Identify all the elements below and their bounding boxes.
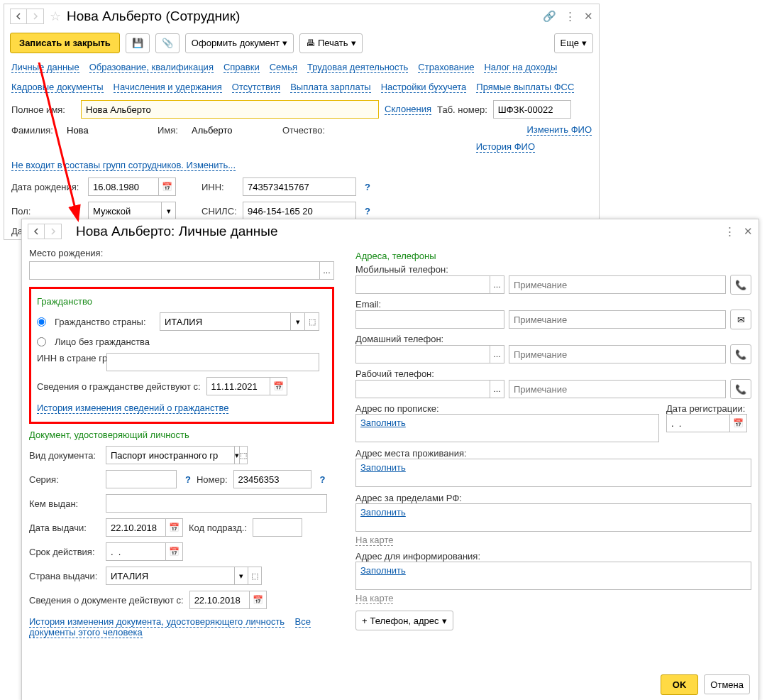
tab-tax[interactable]: Налог на доходы bbox=[484, 62, 557, 73]
kebab-icon[interactable]: ⋮ bbox=[565, 10, 575, 23]
phone-icon[interactable]: 📞 bbox=[730, 275, 751, 295]
work-note[interactable] bbox=[509, 380, 726, 398]
open-icon[interactable]: ⬚ bbox=[305, 312, 319, 331]
chevron-down-icon[interactable]: ▾ bbox=[235, 446, 240, 464]
calendar-icon[interactable]: 📅 bbox=[159, 177, 176, 196]
tab-accruals[interactable]: Начисления и удержания bbox=[114, 82, 222, 93]
number-input[interactable] bbox=[233, 470, 311, 488]
close-icon[interactable]: ✕ bbox=[584, 10, 593, 23]
tab-work[interactable]: Трудовая деятельность bbox=[307, 62, 408, 73]
back-button[interactable] bbox=[10, 9, 27, 24]
close-icon[interactable]: ✕ bbox=[744, 225, 753, 238]
help-icon[interactable]: ? bbox=[320, 474, 326, 485]
open-icon[interactable]: ⬚ bbox=[240, 446, 248, 464]
tab-insurance[interactable]: Страхование bbox=[418, 62, 474, 73]
mobile-note[interactable] bbox=[509, 275, 726, 294]
calendar-icon[interactable]: 📅 bbox=[250, 591, 267, 609]
tab-absence[interactable]: Отсутствия bbox=[232, 82, 280, 93]
chevron-down-icon[interactable]: ▾ bbox=[235, 567, 248, 585]
series-input[interactable] bbox=[106, 470, 177, 488]
home-note[interactable] bbox=[509, 345, 726, 363]
mail-icon[interactable]: ✉ bbox=[730, 310, 751, 329]
validity-input[interactable] bbox=[106, 542, 166, 561]
tab-refs[interactable]: Справки bbox=[224, 62, 260, 73]
star-icon[interactable]: ☆ bbox=[50, 9, 61, 24]
dob-input[interactable] bbox=[88, 177, 159, 196]
addr-inform-box[interactable]: Заполнить bbox=[355, 562, 751, 590]
doc-button[interactable]: Оформить документ ▾ bbox=[185, 33, 294, 53]
citizen-country-select[interactable] bbox=[160, 312, 291, 331]
kebab-icon[interactable]: ⋮ bbox=[724, 225, 735, 238]
attach-button[interactable]: 📎 bbox=[155, 33, 180, 53]
phone-icon[interactable]: 📞 bbox=[730, 379, 751, 399]
iddoc-section: Документ, удостоверяющий личность bbox=[29, 427, 334, 443]
tabnum-input[interactable] bbox=[493, 100, 571, 119]
inn-foreign-input[interactable] bbox=[106, 353, 319, 371]
back-button[interactable] bbox=[28, 224, 45, 239]
citizen-valid-input[interactable] bbox=[206, 377, 270, 395]
more-button[interactable]: Еще ▾ bbox=[554, 33, 593, 53]
addr-live-box[interactable]: Заполнить bbox=[355, 459, 751, 487]
chevron-down-icon[interactable]: ▾ bbox=[291, 312, 305, 331]
citizen-history-link[interactable]: История изменения сведений о гражданстве bbox=[37, 403, 228, 414]
declension-link[interactable]: Склонения bbox=[385, 104, 431, 115]
map-link[interactable]: На карте bbox=[355, 535, 393, 546]
calendar-icon[interactable]: 📅 bbox=[270, 377, 287, 395]
inn-input[interactable] bbox=[243, 177, 356, 196]
calendar-icon[interactable]: 📅 bbox=[166, 518, 183, 537]
fullname-input[interactable] bbox=[81, 100, 379, 119]
issue-date-input[interactable] bbox=[106, 518, 166, 537]
email-input[interactable] bbox=[355, 310, 504, 329]
tab-education[interactable]: Образование, квалификация bbox=[89, 62, 214, 73]
ellipsis-button[interactable]: … bbox=[320, 261, 334, 280]
add-phone-button[interactable]: + Телефон, адрес ▾ bbox=[355, 611, 453, 630]
save-button[interactable]: 💾 bbox=[126, 33, 150, 53]
mobile-input[interactable] bbox=[355, 275, 490, 294]
groups-link[interactable]: Не входит в составы групп сотрудников. И… bbox=[11, 160, 236, 171]
sex-select[interactable] bbox=[88, 202, 162, 220]
issue-country-select[interactable] bbox=[106, 567, 235, 585]
tab-personal[interactable]: Личные данные bbox=[11, 62, 79, 73]
snils-input[interactable] bbox=[243, 202, 356, 220]
addr-reg-box[interactable]: Заполнить bbox=[355, 414, 659, 442]
doctype-select[interactable] bbox=[106, 446, 235, 464]
calendar-icon[interactable]: 📅 bbox=[166, 542, 183, 561]
cancel-button[interactable]: Отмена bbox=[704, 674, 750, 694]
phone-icon[interactable]: 📞 bbox=[730, 344, 751, 364]
ellipsis-button[interactable]: … bbox=[490, 380, 504, 398]
doc-history-link[interactable]: История изменения документа, удостоверяю… bbox=[29, 616, 285, 628]
map-link[interactable]: На карте bbox=[355, 593, 393, 604]
tab-acct[interactable]: Настройки бухучета bbox=[381, 82, 467, 93]
tab-hr-docs[interactable]: Кадровые документы bbox=[11, 82, 104, 93]
dept-code-input[interactable] bbox=[253, 518, 302, 537]
open-icon[interactable]: ⬚ bbox=[248, 567, 262, 585]
work-input[interactable] bbox=[355, 380, 490, 398]
tab-family[interactable]: Семья bbox=[270, 62, 297, 73]
tab-payroll[interactable]: Выплата зарплаты bbox=[290, 82, 371, 93]
calendar-icon[interactable]: 📅 bbox=[730, 414, 747, 432]
birthplace-input[interactable] bbox=[29, 261, 320, 280]
change-fio-link[interactable]: Изменить ФИО bbox=[526, 124, 592, 136]
forward-button[interactable] bbox=[45, 224, 62, 239]
history-fio-link[interactable]: История ФИО bbox=[476, 141, 535, 153]
no-citizen-radio[interactable] bbox=[37, 337, 46, 346]
citizen-country-radio[interactable] bbox=[37, 317, 46, 327]
save-close-button[interactable]: Записать и закрыть bbox=[10, 33, 120, 53]
home-input[interactable] bbox=[355, 345, 490, 363]
link-icon[interactable]: 🔗 bbox=[543, 10, 556, 23]
ellipsis-button[interactable]: … bbox=[490, 275, 504, 294]
tab-fss[interactable]: Прямые выплаты ФСС bbox=[476, 82, 574, 93]
print-button[interactable]: 🖶 Печать ▾ bbox=[299, 33, 363, 53]
ellipsis-button[interactable]: … bbox=[490, 345, 504, 363]
help-icon[interactable]: ? bbox=[365, 206, 370, 217]
reg-date-input[interactable] bbox=[666, 414, 730, 432]
addr-abroad-box[interactable]: Заполнить bbox=[355, 503, 751, 532]
forward-button[interactable] bbox=[27, 9, 44, 24]
doc-valid-input[interactable] bbox=[189, 591, 250, 609]
chevron-down-icon[interactable]: ▾ bbox=[162, 202, 176, 220]
help-icon[interactable]: ? bbox=[365, 182, 370, 192]
issued-by-input[interactable] bbox=[106, 494, 327, 513]
help-icon[interactable]: ? bbox=[185, 474, 191, 485]
ok-button[interactable]: OK bbox=[661, 674, 699, 695]
email-note[interactable] bbox=[509, 310, 726, 329]
